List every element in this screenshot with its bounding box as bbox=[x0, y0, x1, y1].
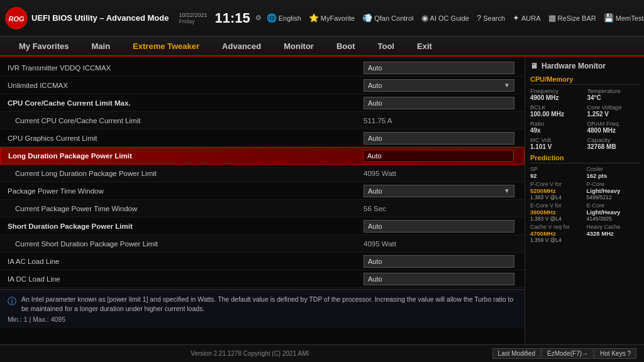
pred-pcore-v: P-Core V for 5200MHz 1.383 V @L4 bbox=[530, 181, 583, 200]
aura-label: AURA bbox=[521, 14, 541, 22]
row-power-time-window[interactable]: Package Power Time Window Auto ▼ bbox=[0, 182, 525, 200]
datetime-area: 10/22/2021 Friday bbox=[179, 12, 207, 25]
version-text: Version 2.21.1278 Copyright (C) 2021 AMI bbox=[8, 350, 492, 357]
nav-boot[interactable]: Boot bbox=[325, 36, 367, 56]
settings-panel: IVR Transmitter VDDQ ICCMAX Auto Unlimit… bbox=[0, 57, 525, 344]
star-icon: ⭐ bbox=[309, 13, 319, 23]
nav-advanced[interactable]: Advanced bbox=[211, 36, 272, 56]
qfan-btn[interactable]: 💨 Qfan Control bbox=[362, 13, 413, 23]
hw-ratio: Ratio 49x bbox=[530, 120, 582, 134]
label-cpu-core-limit: CPU Core/Cache Current Limit Max. bbox=[8, 99, 364, 107]
pred-ecore-v: E-Core V for 3900MHz 1.383 V @L4 bbox=[530, 202, 583, 222]
label-current-short-duration: Current Short Duration Package Power Lim… bbox=[15, 240, 364, 248]
toolbar: 🌐 English ⭐ MyFavorite 💨 Qfan Control ◉ … bbox=[267, 13, 644, 23]
memtest-btn[interactable]: 💾 MemTest86 bbox=[604, 13, 644, 23]
monitor-icon: 🖥 bbox=[530, 62, 538, 70]
pred-heavy-cache: Heavy Cache 4328 MHz bbox=[587, 224, 640, 243]
row-current-long-duration: Current Long Duration Package Power Limi… bbox=[0, 165, 525, 182]
label-gpu-current: CPU Graphics Current Limit bbox=[8, 134, 364, 142]
label-current-time-window: Current Package Power Time Window bbox=[15, 205, 364, 212]
last-modified-btn[interactable]: Last Modified bbox=[492, 348, 541, 359]
value-current-cpu-limit: 511.75 A bbox=[364, 117, 514, 124]
label-long-duration-power: Long Duration Package Power Limit bbox=[8, 152, 363, 160]
nav-menu: My Favorites Main Extreme Tweaker Advanc… bbox=[0, 36, 644, 57]
resize-bar-label: ReSize BAR bbox=[558, 14, 596, 22]
row-short-duration-power[interactable]: Short Duration Package Power Limit Auto bbox=[0, 217, 525, 235]
row-cpu-core-limit[interactable]: CPU Core/Cache Current Limit Max. Auto bbox=[0, 94, 525, 112]
hot-keys-label: Hot Keys ? bbox=[600, 350, 631, 357]
value-long-duration-power[interactable]: Auto bbox=[363, 150, 514, 162]
pred-cooler: Cooler 162 pts bbox=[587, 166, 640, 179]
english-btn[interactable]: 🌐 English bbox=[267, 13, 301, 23]
day-display: Friday bbox=[179, 18, 194, 25]
row-current-short-duration: Current Short Duration Package Power Lim… bbox=[0, 235, 525, 253]
prediction-grid: SP 92 Cooler 162 pts P-Core V for 5200MH… bbox=[530, 166, 639, 243]
resize-bar-btn[interactable]: ▦ ReSize BAR bbox=[548, 13, 596, 23]
bottom-bar: Version 2.21.1278 Copyright (C) 2021 AMI… bbox=[0, 344, 644, 362]
nav-exit[interactable]: Exit bbox=[406, 36, 443, 56]
myfavorite-btn[interactable]: ⭐ MyFavorite bbox=[309, 13, 355, 23]
info-box: ⓘ An Intel parameter known as [power lim… bbox=[0, 289, 525, 328]
value-unlimited-iccmax[interactable]: Auto ▼ bbox=[364, 79, 514, 92]
hot-keys-btn[interactable]: Hot Keys ? bbox=[594, 348, 636, 359]
row-ivr-vddq[interactable]: IVR Transmitter VDDQ ICCMAX Auto bbox=[0, 59, 525, 77]
ai-oc-label: AI OC Guide bbox=[430, 14, 469, 22]
row-gpu-current[interactable]: CPU Graphics Current Limit Auto bbox=[0, 129, 525, 147]
nav-favorites-label: My Favorites bbox=[19, 41, 69, 51]
search-label: Search bbox=[483, 14, 505, 22]
nav-monitor-label: Monitor bbox=[284, 41, 314, 51]
main-content: IVR Transmitter VDDQ ICCMAX Auto Unlimit… bbox=[0, 57, 644, 344]
search-icon: ? bbox=[477, 13, 481, 23]
value-current-long-duration: 4095 Watt bbox=[364, 170, 514, 177]
nav-advanced-label: Advanced bbox=[222, 41, 261, 51]
info-range: Min.: 1 | Max.: 4095 bbox=[8, 315, 517, 323]
row-long-duration-power[interactable]: Long Duration Package Power Limit Auto bbox=[0, 147, 525, 165]
value-ia-dc-load[interactable]: Auto bbox=[364, 273, 514, 285]
memtest-icon: 💾 bbox=[604, 13, 614, 23]
hw-stats-grid: Frequency 4900 MHz Temperature 34°C BCLK… bbox=[530, 87, 639, 150]
value-current-short-duration: 4095 Watt bbox=[364, 240, 514, 248]
fan-icon: 💨 bbox=[362, 13, 372, 23]
value-ia-ac-load[interactable]: Auto bbox=[364, 255, 514, 268]
label-current-long-duration: Current Long Duration Package Power Limi… bbox=[15, 170, 364, 177]
value-power-time-window[interactable]: Auto ▼ bbox=[364, 185, 514, 197]
nav-exit-label: Exit bbox=[417, 41, 432, 51]
row-unlimited-iccmax[interactable]: Unlimited ICCMAX Auto ▼ bbox=[0, 77, 525, 94]
nav-favorites[interactable]: My Favorites bbox=[8, 36, 80, 56]
dropdown-arrow: ▼ bbox=[504, 82, 510, 89]
nav-monitor[interactable]: Monitor bbox=[272, 36, 325, 56]
right-panel: 🖥 Hardware Monitor CPU/Memory Frequency … bbox=[525, 57, 644, 344]
pred-cache-v: Cache V req for 4700MHz 1.359 V @L4 bbox=[530, 224, 583, 243]
nav-tool[interactable]: Tool bbox=[367, 36, 406, 56]
english-label: English bbox=[279, 14, 301, 22]
cpu-memory-section: CPU/Memory bbox=[530, 75, 639, 85]
row-current-time-window: Current Package Power Time Window 56 Sec bbox=[0, 200, 525, 217]
prediction-section: Prediction bbox=[530, 154, 639, 163]
nav-extreme-tweaker[interactable]: Extreme Tweaker bbox=[121, 36, 211, 56]
row-ia-dc-load[interactable]: IA DC Load Line Auto bbox=[0, 270, 525, 288]
logo-area: ROG UEFI BIOS Utility – Advanced Mode bbox=[5, 7, 169, 30]
value-ivr-vddq[interactable]: Auto bbox=[364, 62, 514, 74]
svg-text:ROG: ROG bbox=[8, 15, 25, 23]
hw-monitor-title: 🖥 Hardware Monitor bbox=[530, 62, 639, 70]
ez-mode-label: EzMode(F7)→ bbox=[547, 350, 588, 357]
nav-extreme-tweaker-label: Extreme Tweaker bbox=[133, 41, 199, 51]
row-ia-ac-load[interactable]: IA AC Load Line Auto bbox=[0, 253, 525, 270]
value-cpu-core-limit[interactable]: Auto bbox=[364, 97, 514, 109]
hw-dram-freq: DRAM Freq. 4800 MHz bbox=[587, 120, 640, 134]
pred-ecore: E-Core Light/Heavy 4145/3925 bbox=[587, 202, 640, 222]
value-gpu-current[interactable]: Auto bbox=[364, 132, 514, 145]
ez-mode-btn[interactable]: EzMode(F7)→ bbox=[541, 348, 594, 359]
search-btn[interactable]: ? Search bbox=[477, 13, 505, 23]
nav-main[interactable]: Main bbox=[80, 36, 121, 56]
myfavorite-label: MyFavorite bbox=[321, 14, 355, 22]
hw-mc-volt: MC Volt. 1.101 V bbox=[530, 136, 582, 150]
ai-oc-btn[interactable]: ◉ AI OC Guide bbox=[421, 13, 469, 23]
hw-core-voltage: Core Voltage 1.252 V bbox=[587, 104, 640, 118]
info-icon: ⓘ bbox=[8, 296, 16, 307]
label-unlimited-iccmax: Unlimited ICCMAX bbox=[8, 82, 364, 89]
dropdown-arrow2: ▼ bbox=[504, 187, 510, 194]
value-short-duration-power[interactable]: Auto bbox=[364, 220, 514, 233]
label-ivr-vddq: IVR Transmitter VDDQ ICCMAX bbox=[8, 64, 364, 72]
aura-btn[interactable]: ✦ AURA bbox=[513, 13, 541, 23]
